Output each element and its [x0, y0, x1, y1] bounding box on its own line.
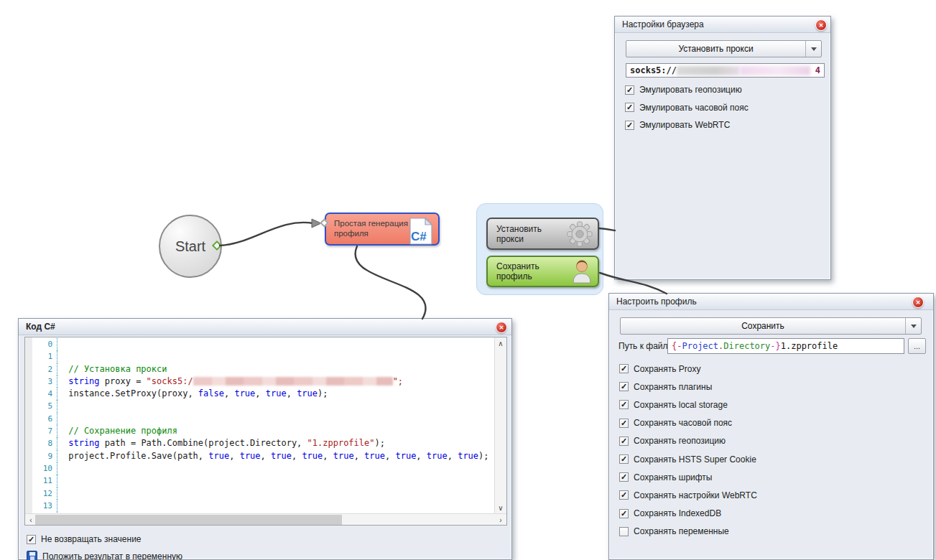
csharp-node-label: Простая генерация профиля: [334, 218, 408, 238]
line-number: 3: [25, 375, 57, 388]
scroll-down-icon[interactable]: ∨: [495, 502, 506, 513]
code-segment: string: [63, 376, 100, 386]
scroll-up-icon[interactable]: ∧: [495, 337, 506, 349]
path-segment: {-: [672, 341, 682, 351]
profile-option-checkbox[interactable]: ✓: [619, 400, 629, 409]
code-text[interactable]: string path = Path.Combine(project.Direc…: [57, 437, 385, 449]
profile-option-label: Сохранять HSTS Super Cookie: [634, 454, 756, 465]
browse-file-button[interactable]: ...: [908, 338, 926, 354]
profile-option-checkbox[interactable]: ✓: [619, 364, 629, 373]
browser-option-checkbox[interactable]: ✓: [625, 103, 634, 112]
code-editor[interactable]: 012 // Установка прокси3 string proxy = …: [24, 337, 507, 526]
chevron-down-icon[interactable]: [805, 41, 821, 57]
set-proxy-dropdown-label[interactable]: Установить прокси: [626, 41, 805, 57]
csharp-code-panel-title: Код C#: [19, 319, 511, 335]
code-text[interactable]: // Установка прокси: [57, 363, 167, 375]
code-segment: "1.zpprofile": [307, 438, 375, 448]
browser-settings-panel: Настройки браузера ✕ Установить прокси s…: [614, 16, 831, 280]
code-text[interactable]: string proxy = "socks5:/";: [57, 375, 403, 388]
profile-option-label: Сохранять шрифты: [634, 472, 713, 482]
browser-option-row: ✓Эмулировать геопозицию: [625, 81, 749, 99]
result-variable-label: Положить результат в переменную: [42, 551, 182, 560]
code-text[interactable]: // Сохранение профиля: [57, 425, 177, 437]
code-segment: ,: [261, 451, 271, 461]
code-line: 0: [25, 338, 494, 350]
code-segment: ,: [416, 451, 426, 461]
scroll-right-icon[interactable]: ›: [495, 514, 506, 526]
profile-option-checkbox[interactable]: ✓: [619, 490, 629, 500]
code-text[interactable]: [57, 462, 63, 475]
browser-option-checkbox[interactable]: ✓: [625, 121, 634, 130]
code-segment: path = Path.Combine(project.Directory,: [100, 438, 307, 448]
profile-settings-panel: Настроить профиль ✕ Сохранить Путь к фай…: [608, 293, 934, 560]
profile-option-checkbox[interactable]: ✓: [619, 419, 629, 428]
redacted-proxy-credentials: [740, 66, 810, 75]
close-icon[interactable]: ✕: [496, 322, 507, 333]
line-number: 7: [25, 425, 57, 437]
no-return-value-checkbox[interactable]: ✓: [27, 535, 36, 544]
profile-option-checkbox[interactable]: [619, 527, 629, 536]
h-scrollbar-thumb[interactable]: [35, 515, 342, 525]
code-text[interactable]: [57, 475, 63, 487]
code-text[interactable]: [57, 400, 63, 412]
code-lines-area[interactable]: 012 // Установка прокси3 string proxy = …: [25, 338, 494, 514]
line-number: 12: [25, 487, 57, 500]
save-profile-action-label: Сохранить профиль: [488, 261, 570, 281]
profile-option-checkbox[interactable]: ✓: [619, 454, 629, 464]
close-icon[interactable]: ✕: [815, 19, 827, 31]
horizontal-scrollbar[interactable]: ‹ ›: [25, 513, 506, 525]
action-group-container[interactable]: Установить прокси: [476, 203, 603, 295]
code-text[interactable]: [57, 413, 63, 425]
code-segment: );: [374, 438, 384, 448]
save-dropdown-button[interactable]: Сохранить: [620, 317, 922, 335]
profile-option-row: ✓Сохранять настройки WebRTC: [619, 486, 757, 504]
browser-settings-panel-title: Настройки браузера: [615, 17, 830, 33]
code-segment: project.Profile.Save(path,: [63, 451, 208, 461]
path-segment: 1.zpprofile: [781, 341, 838, 351]
connection-line[interactable]: [220, 223, 313, 246]
proxy-suffix-text: 4: [815, 65, 820, 75]
chevron-down-icon[interactable]: [905, 318, 921, 334]
code-text[interactable]: [57, 338, 63, 350]
line-number: 1: [25, 350, 57, 363]
path-segment: -}: [770, 341, 780, 351]
save-dropdown-label[interactable]: Сохранить: [621, 318, 905, 334]
code-text[interactable]: [57, 487, 63, 500]
code-text[interactable]: instance.SetProxy(proxy, false, true, tr…: [57, 388, 328, 400]
code-segment: ,: [354, 451, 364, 461]
csharp-action-node[interactable]: Простая генерация профиля C#: [325, 213, 440, 246]
code-segment: ,: [255, 388, 265, 398]
file-path-input[interactable]: {-Project.Directory-}1.zpprofile: [667, 338, 904, 354]
profile-option-row: ✓Сохранять local storage: [619, 396, 757, 414]
line-number: 11: [25, 475, 57, 487]
profile-option-checkbox[interactable]: ✓: [619, 382, 629, 391]
connection-line[interactable]: [356, 246, 426, 319]
profile-option-checkbox[interactable]: ✓: [619, 437, 629, 446]
code-line: 5: [25, 400, 494, 412]
code-text[interactable]: [57, 500, 63, 512]
code-text[interactable]: project.Profile.Save(path, true, true, t…: [57, 450, 489, 462]
profile-option-checkbox[interactable]: ✓: [619, 509, 629, 518]
set-proxy-action-button[interactable]: Установить прокси: [486, 218, 599, 250]
start-node-label: Start: [175, 238, 205, 255]
profile-option-checkbox[interactable]: ✓: [619, 472, 629, 482]
profile-option-label: Сохранять часовой пояс: [634, 418, 732, 428]
code-line: 10: [25, 462, 494, 475]
code-segment: true: [240, 451, 261, 461]
set-proxy-dropdown-button[interactable]: Установить прокси: [626, 40, 822, 57]
code-segment: string: [63, 438, 100, 448]
browser-option-checkbox[interactable]: ✓: [625, 85, 634, 95]
code-segment: ";: [393, 376, 403, 386]
close-icon[interactable]: ✕: [912, 297, 924, 308]
line-number: 4: [25, 388, 57, 400]
code-line: 4 instance.SetProxy(proxy, false, true, …: [25, 388, 494, 400]
profile-option-row: Сохранять переменные: [619, 523, 757, 541]
proxy-address-input[interactable]: socks5:// 4: [626, 63, 825, 78]
code-text[interactable]: [57, 350, 63, 363]
vertical-scrollbar[interactable]: ∧ ∨: [494, 337, 506, 513]
person-icon: [570, 258, 593, 284]
profile-option-row: ✓Сохранять плагины: [619, 378, 757, 396]
line-number: 2: [25, 363, 57, 375]
save-profile-action-button[interactable]: Сохранить профиль: [486, 256, 599, 287]
code-segment: true: [234, 388, 255, 398]
